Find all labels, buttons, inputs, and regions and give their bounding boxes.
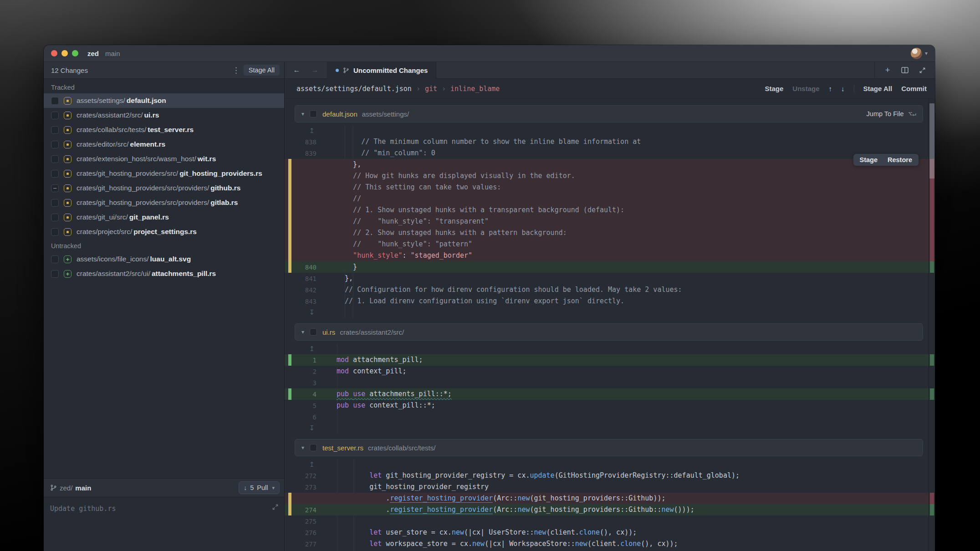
file-checkbox[interactable]	[51, 214, 59, 221]
breadcrumb-file[interactable]: assets/settings/default.json	[296, 85, 412, 93]
file-checkbox[interactable]	[51, 97, 59, 105]
jump-to-file-button[interactable]: Jump To File⌥↵	[867, 110, 916, 117]
avatar[interactable]	[911, 48, 922, 59]
code-text[interactable]: // 2. Show unstaged hunks with a pattern…	[337, 227, 567, 239]
code-line[interactable]: 3	[285, 377, 935, 388]
prev-hunk-icon[interactable]: ↑	[829, 85, 832, 92]
code-text[interactable]: pub use attachments_pill::*;	[337, 388, 452, 400]
titlebar[interactable]: zed main ▾	[44, 45, 935, 62]
code-text[interactable]: "hunk_style": "staged_border"	[337, 250, 472, 261]
breadcrumb-seg-inline-blame[interactable]: inline_blame	[450, 85, 500, 93]
code-line[interactable]: 273 git_hosting_provider_registry	[285, 481, 935, 493]
overflow-menu-icon[interactable]: ⋮	[229, 66, 244, 75]
excerpt-checkbox[interactable]	[310, 444, 317, 451]
code-line[interactable]: 274 .register_hosting_provider(Arc::new(…	[285, 504, 935, 515]
file-row[interactable]: assets/settings/default.json	[44, 93, 284, 108]
file-row[interactable]: crates/extension_host/src/wasm_host/wit.…	[44, 152, 284, 166]
code-line[interactable]: 838 // The minimum column number to show…	[285, 136, 935, 148]
file-checkbox[interactable]	[51, 255, 59, 263]
file-checkbox[interactable]	[51, 170, 59, 178]
next-hunk-icon[interactable]: ↓	[841, 85, 845, 92]
code-text[interactable]: },	[337, 273, 353, 284]
repo-name[interactable]: zed/	[60, 484, 72, 492]
file-row[interactable]: crates/git_hosting_providers/src/provide…	[44, 195, 284, 210]
new-tab-icon[interactable]: +	[881, 64, 894, 76]
stage-all-button[interactable]: Stage All	[863, 85, 893, 92]
file-row[interactable]: crates/editor/src/element.rs	[44, 137, 284, 152]
code-text[interactable]: let user_store = cx.new(|cx| UserStore::…	[337, 527, 637, 538]
code-text[interactable]: .register_hosting_provider(Arc::new(git_…	[337, 493, 665, 504]
code-line[interactable]: 4pub use attachments_pill::*;	[285, 388, 935, 400]
code-line[interactable]: // "hunk_style": "transparent"	[285, 216, 935, 227]
code-text[interactable]: },	[337, 159, 361, 170]
commit-message-editor[interactable]: Update github.rs	[44, 497, 284, 551]
code-text[interactable]: mod attachments_pill;	[337, 354, 423, 366]
split-pane-icon[interactable]	[898, 64, 911, 76]
code-line[interactable]: 839 // "min_column": 0	[285, 148, 935, 159]
file-row[interactable]: crates/assistant2/src/ui/attachments_pil…	[44, 266, 284, 281]
code-line[interactable]: 2mod context_pill;	[285, 366, 935, 377]
excerpt-header[interactable]: ▾ui.rscrates/assistant2/src/	[295, 323, 923, 341]
file-checkbox[interactable]	[51, 199, 59, 207]
minimize-button[interactable]	[61, 50, 68, 56]
expand-down-icon[interactable]: ↧	[285, 308, 319, 316]
scrollbar[interactable]	[929, 99, 935, 551]
code-line[interactable]: },	[285, 159, 935, 170]
code-line[interactable]: 276 let user_store = cx.new(|cx| UserSto…	[285, 527, 935, 538]
code-text[interactable]: // 1. Show unstaged hunks with a transpa…	[337, 204, 624, 216]
hunk-stage-button[interactable]: Stage	[860, 156, 878, 163]
code-line[interactable]: 6	[285, 411, 935, 423]
expand-up-icon[interactable]: ↥	[285, 127, 319, 135]
code-line[interactable]: // "hunk_style": "pattern"	[285, 239, 935, 250]
code-text[interactable]: // This setting can take two values:	[337, 182, 501, 193]
chevron-down-icon[interactable]: ▾	[301, 111, 304, 117]
code-line[interactable]: 5pub use context_pill::*;	[285, 400, 935, 411]
file-row[interactable]: crates/assistant2/src/ui.rs	[44, 108, 284, 122]
code-line[interactable]: // 2. Show unstaged hunks with a pattern…	[285, 227, 935, 239]
code-line[interactable]: 277 let workspace_store = cx.new(|cx| Wo…	[285, 538, 935, 550]
code-line[interactable]: 272 let git_hosting_provider_registry = …	[285, 470, 935, 481]
code-text[interactable]: let workspace_store = cx.new(|cx| Worksp…	[337, 538, 678, 550]
excerpt-checkbox[interactable]	[310, 328, 317, 336]
pull-button[interactable]: ↓ 5 Pull ▾	[239, 481, 280, 494]
hunk-restore-button[interactable]: Restore	[888, 156, 912, 163]
breadcrumb[interactable]: assets/settings/default.json › git › inl…	[296, 85, 500, 93]
chevron-down-icon[interactable]: ▾	[301, 444, 304, 451]
code-line[interactable]: 1mod attachments_pill;	[285, 354, 935, 366]
code-text[interactable]: // The minimum column number to show the…	[337, 136, 641, 148]
stage-button[interactable]: Stage	[765, 85, 783, 92]
commit-message-text[interactable]: Update github.rs	[50, 505, 278, 513]
code-text[interactable]: .register_hosting_provider(Arc::new(git_…	[337, 504, 694, 515]
file-checkbox[interactable]	[51, 228, 59, 236]
excerpt-checkbox[interactable]	[310, 110, 317, 117]
expand-down-icon[interactable]: ↧	[285, 424, 319, 432]
code-text[interactable]: mod context_pill;	[337, 366, 407, 377]
chevron-down-icon[interactable]: ▾	[272, 485, 275, 491]
back-button[interactable]: ←	[293, 66, 301, 74]
code-text[interactable]: git_hosting_provider_registry	[337, 481, 489, 493]
file-checkbox[interactable]	[51, 184, 59, 192]
maximize-pane-icon[interactable]	[916, 64, 929, 76]
code-text[interactable]: // "min_column": 0	[337, 148, 435, 159]
branch-name[interactable]: main	[75, 484, 91, 492]
file-row[interactable]: crates/collab/src/tests/test_server.rs	[44, 122, 284, 137]
file-row[interactable]: assets/icons/file_icons/luau_alt.svg	[44, 252, 284, 266]
unstage-button[interactable]: Unstage	[792, 85, 819, 92]
commit-button[interactable]: Commit	[901, 85, 927, 92]
breadcrumb-seg-git[interactable]: git	[425, 85, 437, 93]
code-line[interactable]: // How git hunks are displayed visually …	[285, 170, 935, 182]
file-row[interactable]: crates/git_hosting_providers/src/provide…	[44, 181, 284, 195]
diff-editor[interactable]: ▾default.jsonassets/settings/Jump To Fil…	[285, 99, 935, 551]
file-checkbox[interactable]	[51, 126, 59, 134]
file-row[interactable]: crates/git_hosting_providers/src/git_hos…	[44, 166, 284, 181]
file-checkbox[interactable]	[51, 270, 59, 278]
code-line[interactable]: 843 // 1. Load direnv configuration usin…	[285, 296, 935, 307]
forward-button[interactable]: →	[311, 66, 319, 74]
code-text[interactable]: let git_hosting_provider_registry = cx.u…	[337, 470, 740, 481]
code-line[interactable]: // This setting can take two values:	[285, 182, 935, 193]
file-row[interactable]: crates/project/src/project_settings.rs	[44, 224, 284, 239]
excerpt-header[interactable]: ▾default.jsonassets/settings/Jump To Fil…	[295, 105, 923, 122]
code-line[interactable]: //	[285, 193, 935, 204]
code-line[interactable]: 841 },	[285, 273, 935, 284]
expand-commit-editor-icon[interactable]	[272, 504, 279, 510]
